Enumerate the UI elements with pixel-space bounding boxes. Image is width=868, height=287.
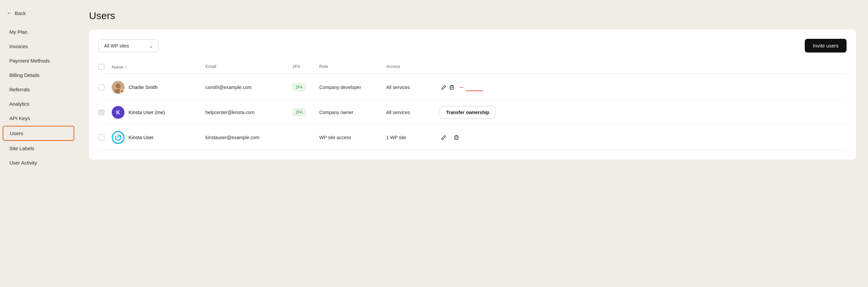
sidebar-item-billing-details[interactable]: Billing Details: [3, 68, 74, 82]
sidebar-item-invoices[interactable]: Invoices: [3, 39, 74, 53]
table-row: Kinsta User kinstauser@example.com WP si…: [98, 125, 846, 150]
sort-icon[interactable]: ↑: [125, 65, 127, 70]
charlie-role: Company developer: [319, 85, 386, 90]
charlie-edit-button[interactable]: [440, 83, 448, 91]
sidebar-item-my-plan[interactable]: My Plan: [3, 25, 74, 39]
charlie-twofa: 2FA: [292, 84, 319, 91]
svg-rect-3: [450, 86, 454, 89]
kinsta-user-email: kinstauser@example.com: [206, 135, 292, 140]
kinsta-user-delete-button[interactable]: [453, 133, 460, 141]
edit-icon: [441, 85, 446, 90]
kinsta-me-avatar-svg: K: [112, 106, 124, 119]
table-header: Name ↑ Email 2FA Role Access: [98, 61, 846, 73]
select-all-checkbox[interactable]: [98, 64, 104, 70]
kinsta-user-name: Kinsta User: [128, 135, 154, 140]
charlie-avatar: !: [112, 81, 124, 94]
transfer-ownership-button[interactable]: Transfer ownership: [440, 106, 496, 119]
sidebar-item-payment-methods[interactable]: Payment Methods: [3, 54, 74, 68]
kinsta-user-role: WP site access: [319, 135, 386, 140]
main-content: Users All WP sites ⌄ Invite users Name ↑…: [77, 0, 868, 287]
sidebar: ← Back My Plan Invoices Payment Methods …: [0, 0, 77, 287]
charlie-checkbox[interactable]: [98, 84, 104, 90]
charlie-user-cell: ! Charlie Smith: [112, 81, 206, 94]
header-role: Role: [319, 64, 386, 70]
edit-icon: [441, 135, 446, 140]
chevron-down-icon: ⌄: [149, 43, 153, 49]
header-email: Email: [206, 64, 292, 70]
power-icon: [115, 134, 122, 141]
table-row: K Kinsta User (me) helpcenter@kinsta.com…: [98, 100, 846, 125]
charlie-delete-button[interactable]: [448, 83, 456, 91]
dropdown-label: All WP sites: [104, 43, 129, 49]
charlie-badge: !: [120, 89, 124, 94]
row-checkbox-kinsta-me: [98, 109, 112, 116]
kinsta-me-name: Kinsta User (me): [128, 110, 165, 115]
header-name: Name ↑: [112, 64, 206, 70]
kinsta-user-edit-button[interactable]: [440, 133, 448, 141]
header-checkbox-col: [98, 64, 112, 70]
kinsta-me-user-cell: K Kinsta User (me): [112, 106, 206, 119]
sidebar-item-analytics[interactable]: Analytics: [3, 97, 74, 111]
charlie-name: Charlie Smith: [128, 85, 158, 90]
kinsta-me-avatar: K: [112, 106, 124, 119]
invite-users-button[interactable]: Invite users: [805, 39, 846, 53]
kinsta-me-checkbox[interactable]: [98, 109, 104, 116]
kinsta-me-actions: Transfer ownership: [440, 106, 846, 119]
sidebar-item-users[interactable]: Users: [3, 126, 74, 141]
back-button[interactable]: ← Back: [0, 7, 77, 20]
sidebar-item-site-labels[interactable]: Site Labels: [3, 141, 74, 155]
sidebar-item-user-activity[interactable]: User Activity: [3, 156, 74, 169]
sidebar-item-referrals[interactable]: Referrals: [3, 83, 74, 96]
kinsta-user-access: 1 WP site: [386, 135, 440, 140]
content-card: All WP sites ⌄ Invite users Name ↑ Email…: [89, 29, 856, 160]
table-row: ! Charlie Smith csmith@example.com 2FA C…: [98, 75, 846, 100]
header-actions: [440, 64, 846, 70]
row-checkbox-kinsta-user: [98, 134, 112, 140]
kinsta-user-cell: Kinsta User: [112, 131, 206, 144]
sites-dropdown[interactable]: All WP sites ⌄: [98, 39, 159, 52]
svg-point-1: [116, 84, 121, 88]
sidebar-item-api-keys[interactable]: API Keys: [3, 111, 74, 125]
delete-icon: [454, 135, 459, 140]
kinsta-me-twofa: 2FA: [292, 109, 319, 116]
row-checkbox-charlie: [98, 84, 112, 90]
back-label: Back: [15, 10, 26, 16]
charlie-actions: ←⎯⎯⎯⎯: [440, 83, 846, 92]
annotation-arrow: ←⎯⎯⎯⎯: [458, 83, 483, 92]
charlie-access: All services: [386, 85, 440, 90]
delete-icon: [449, 85, 455, 90]
kinsta-user-avatar: [112, 131, 124, 144]
kinsta-me-access: All services: [386, 110, 440, 115]
svg-text:K: K: [116, 110, 120, 116]
charlie-email: csmith@example.com: [206, 85, 292, 90]
header-twofa: 2FA: [292, 64, 319, 70]
kinsta-me-email: helpcenter@kinsta.com: [206, 110, 292, 115]
page-title: Users: [89, 10, 856, 22]
kinsta-me-role: Company owner: [319, 110, 386, 115]
toolbar: All WP sites ⌄ Invite users: [98, 39, 846, 53]
kinsta-user-checkbox[interactable]: [98, 134, 104, 140]
header-access: Access: [386, 64, 440, 70]
kinsta-user-actions: [440, 133, 846, 141]
svg-rect-10: [455, 136, 458, 139]
back-arrow-icon: ←: [7, 10, 12, 16]
